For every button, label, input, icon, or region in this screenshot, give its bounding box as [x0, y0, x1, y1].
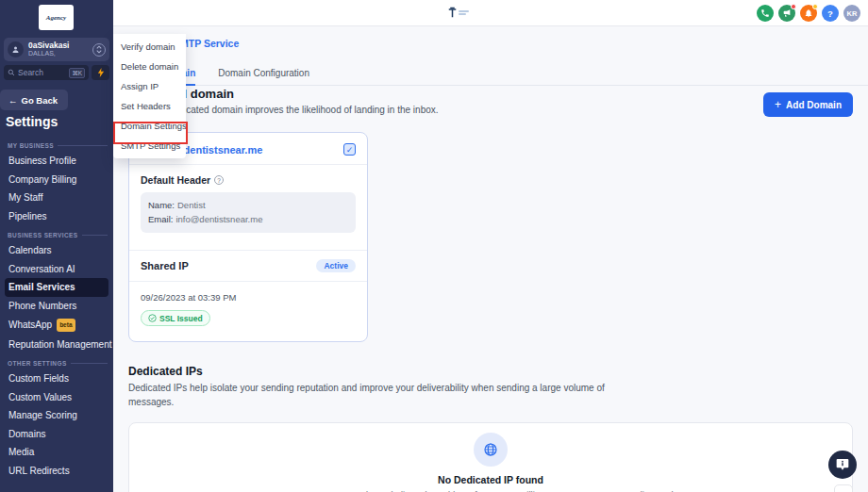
- topbar-icons: ? KR: [757, 5, 860, 22]
- sidebar-item-url-redirects[interactable]: URL Redirects: [5, 462, 108, 481]
- dedicated-ips-description: Dedicated IPs help isolate your sending …: [128, 382, 652, 409]
- status-badge: Active: [316, 259, 356, 272]
- sidebar-item-calendars[interactable]: Calendars: [5, 241, 108, 260]
- sidebar-item-company-billing[interactable]: Company Billing: [5, 171, 108, 189]
- add-domain-button[interactable]: + Add Domain: [763, 92, 853, 117]
- app-screen: Agency 0aSivakasi DALLAS, Search ⌘K: [0, 0, 868, 492]
- plus-icon: +: [775, 98, 781, 111]
- shared-ip-row: Shared IP Active: [129, 251, 367, 281]
- beta-badge: beta: [57, 319, 75, 332]
- account-switch-chevrons-icon[interactable]: [92, 43, 106, 57]
- sidebar: Agency 0aSivakasi DALLAS, Search ⌘K: [0, 0, 113, 492]
- account-location: DALLAS,: [28, 50, 69, 57]
- sidebar-section-label-my-business: MY BUSINESS: [0, 136, 113, 152]
- search-placeholder: Search: [18, 68, 43, 77]
- sidebar-item-custom-values[interactable]: Custom Values: [5, 388, 108, 407]
- ssl-issued-badge: SSL Issued: [141, 310, 210, 326]
- sidebar-item-conversation-ai[interactable]: Conversation AI: [5, 260, 108, 279]
- account-avatar-icon: [8, 41, 24, 57]
- sidebar-item-email-services[interactable]: Email Services: [5, 278, 108, 297]
- agency-logo-text: Agency: [46, 14, 66, 22]
- menu-item-assign-ip[interactable]: Assign IP: [113, 76, 186, 96]
- go-back-button[interactable]: ← Go Back: [0, 90, 68, 110]
- empty-state-title: No Dedicated IP found: [129, 474, 852, 485]
- support-chat-button[interactable]: [828, 451, 857, 479]
- dedicated-ips-title: Dedicated IPs: [128, 365, 652, 378]
- chat-bubble-icon: [835, 457, 850, 472]
- domain-checkbox[interactable]: ✓: [343, 143, 356, 156]
- sidebar-item-business-profile[interactable]: Business Profile: [5, 152, 108, 171]
- quick-actions-button[interactable]: [92, 65, 109, 80]
- name-value: Dentist: [177, 200, 206, 210]
- notification-dot: [812, 4, 818, 9]
- search-shortcut-badge: ⌘K: [69, 68, 85, 78]
- search-input[interactable]: Search ⌘K: [4, 65, 89, 80]
- phone-icon: [760, 8, 770, 18]
- sidebar-item-my-staff[interactable]: My Staff: [5, 189, 108, 207]
- default-header-info-box: Name:Dentist Email:info@dentistsnear.me: [141, 192, 356, 233]
- account-switcher[interactable]: 0aSivakasi DALLAS,: [4, 38, 109, 61]
- sidebar-item-manage-scoring[interactable]: Manage Scoring: [5, 406, 108, 425]
- sidebar-section-label-other-settings: OTHER SETTINGS: [0, 353, 113, 369]
- dedicated-ips-empty-card: No Dedicated IP found We recommend one d…: [128, 422, 853, 492]
- sidebar-nav: MY BUSINESSBusiness ProfileCompany Billi…: [0, 136, 113, 480]
- sidebar-item-media[interactable]: Media: [5, 443, 108, 462]
- globe-icon-wrapper: [474, 433, 508, 467]
- header-logo-icon: [448, 7, 457, 18]
- main-content: SMTP Service Dedicated DomainDomain Conf…: [113, 26, 868, 492]
- menu-item-set-headers[interactable]: Set Headers: [113, 96, 186, 116]
- email-value: info@dentistsnear.me: [175, 214, 262, 224]
- notification-dot: [791, 4, 796, 9]
- question-mark-icon: ?: [827, 8, 833, 19]
- name-label: Name:: [148, 200, 175, 210]
- shared-ip-label: Shared IP: [141, 260, 189, 271]
- megaphone-icon: [782, 8, 792, 18]
- agency-logo[interactable]: Agency: [39, 5, 74, 30]
- account-name: 0aSivakasi: [28, 41, 69, 50]
- email-label: Email:: [148, 214, 173, 224]
- sidebar-item-reputation-management[interactable]: Reputation Management: [5, 336, 108, 354]
- default-header-label: Default Header: [141, 174, 210, 186]
- avatar-initials: KR: [847, 9, 858, 18]
- lightning-bolt-icon: [97, 68, 105, 77]
- back-arrow-icon: ←: [8, 95, 18, 106]
- tutorial-highlight-box: [113, 122, 188, 144]
- tab-domain-configuration[interactable]: Domain Configuration: [218, 68, 309, 85]
- default-header-row: Default Header ?: [129, 165, 367, 192]
- notifications-button[interactable]: [800, 5, 817, 22]
- sidebar-item-pipelines[interactable]: Pipelines: [5, 207, 108, 226]
- phone-button[interactable]: [757, 5, 774, 22]
- menu-item-verify-domain[interactable]: Verify domain: [113, 37, 186, 57]
- sidebar-item-domains[interactable]: Domains: [5, 425, 108, 444]
- sidebar-item-phone-numbers[interactable]: Phone Numbers: [5, 297, 108, 316]
- sidebar-item-custom-fields[interactable]: Custom Fields: [5, 369, 108, 388]
- domain-timestamp: 09/26/2023 at 03:39 PM: [129, 282, 367, 306]
- header-logo: [448, 7, 469, 18]
- sidebar-section-label-business-services: BUSINESS SERVICES: [0, 225, 113, 241]
- dedicated-ips-section-header: Dedicated IPs Dedicated IPs help isolate…: [128, 365, 652, 409]
- settings-heading: Settings: [6, 114, 58, 129]
- help-tooltip-icon[interactable]: ?: [214, 175, 224, 185]
- domain-card: ••• kr2.dentistsnear.me ✓ Default Header…: [128, 132, 368, 342]
- bell-icon: [804, 8, 813, 18]
- scroll-down-chip[interactable]: ⌄: [834, 484, 853, 492]
- add-domain-label: Add Domain: [786, 100, 842, 110]
- menu-item-delete-domain[interactable]: Delete domain: [113, 57, 186, 76]
- topbar: ? KR: [113, 0, 868, 26]
- globe-icon: [483, 442, 498, 457]
- header-email-row: Email:info@dentistsnear.me: [148, 213, 348, 227]
- sidebar-search-row: Search ⌘K: [4, 65, 109, 80]
- search-icon: [8, 69, 15, 76]
- sidebar-item-whatsapp[interactable]: WhatsAppbeta: [5, 315, 108, 336]
- go-back-label: Go Back: [22, 95, 58, 106]
- tabs: Dedicated DomainDomain Configuration: [113, 63, 868, 86]
- ssl-issued-label: SSL Issued: [159, 314, 203, 323]
- header-name-row: Name:Dentist: [148, 199, 348, 213]
- user-avatar[interactable]: KR: [843, 5, 860, 22]
- check-circle-icon: [148, 314, 157, 322]
- help-button[interactable]: ?: [822, 5, 839, 22]
- announcements-button[interactable]: [778, 5, 795, 22]
